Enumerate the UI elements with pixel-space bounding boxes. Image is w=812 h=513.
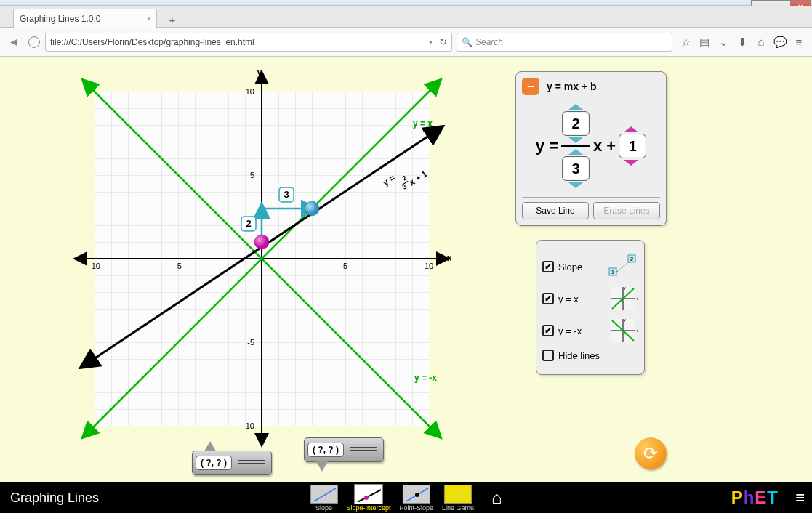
back-button[interactable]: ◄ xyxy=(4,33,23,52)
reload-icon[interactable]: ↻ xyxy=(439,36,447,47)
svg-text:10: 10 xyxy=(425,262,433,270)
svg-text:2: 2 xyxy=(246,218,251,229)
point-tool-1[interactable]: ( ?, ? ) xyxy=(192,451,272,475)
chat-icon[interactable]: 💬 xyxy=(771,33,789,51)
nav-slope-intercept[interactable]: Slope-Intercept xyxy=(346,485,390,512)
yx-label: y = x xyxy=(558,294,579,304)
svg-text:-10: -10 xyxy=(89,262,100,270)
fraction-line xyxy=(561,145,590,147)
graph[interactable]: x y -10 -5 5 10 10 5 -5 -10 y = x y = -x… xyxy=(73,70,451,472)
search-icon: 🔍 xyxy=(462,37,473,47)
ynx-label: y = -x xyxy=(558,326,582,336)
point-tool-pointer-icon xyxy=(316,461,328,472)
phet-logo[interactable]: PhET xyxy=(731,488,779,508)
tab-close-icon[interactable]: × xyxy=(146,13,152,24)
svg-text:x: x xyxy=(637,328,638,333)
erase-lines-button[interactable]: Erase Lines xyxy=(593,202,660,219)
svg-text:5: 5 xyxy=(343,262,347,270)
equation-form-label: y = mx + b xyxy=(547,81,596,92)
svg-line-40 xyxy=(313,488,335,501)
denominator-up[interactable] xyxy=(568,149,583,155)
home-icon[interactable]: ⌂ xyxy=(752,33,770,51)
save-line-button[interactable]: Save Line xyxy=(522,202,589,219)
svg-text:-5: -5 xyxy=(247,338,254,347)
svg-text:y = x: y = x xyxy=(413,118,433,129)
browser-tab-bar: Graphing Lines 1.0.0 × + xyxy=(0,6,812,28)
svg-text:2: 2 xyxy=(630,256,634,262)
ynx-checkbox[interactable]: ✔ xyxy=(542,325,554,336)
equation-panel: − y = mx + b y = 2 3 x + 1 Save Line xyxy=(515,71,667,226)
svg-text:x: x xyxy=(637,296,638,301)
svg-text:5: 5 xyxy=(250,171,254,179)
hide-lines-label: Hide lines xyxy=(558,350,600,361)
point-tool-1-label: ( ?, ? ) xyxy=(196,456,232,470)
svg-text:y: y xyxy=(624,318,626,322)
reset-all-button[interactable]: ⟳ xyxy=(635,437,667,469)
point-tool-pointer-icon xyxy=(204,441,216,451)
denominator-down[interactable] xyxy=(568,182,583,188)
slope-checkbox[interactable]: ✔ xyxy=(542,261,554,272)
svg-point-44 xyxy=(415,493,419,497)
tab-title: Graphing Lines 1.0.0 xyxy=(20,14,100,24)
downloads-icon[interactable]: ⬇ xyxy=(733,33,751,51)
phet-menu-button[interactable]: ≡ xyxy=(795,488,805,507)
point-tool-2-label: ( ?, ? ) xyxy=(307,443,344,457)
reset-icon: ⟳ xyxy=(643,443,658,464)
yx-checkbox[interactable]: ✔ xyxy=(542,293,554,304)
x-plus: x + xyxy=(593,137,616,155)
svg-text:-10: -10 xyxy=(243,421,254,430)
browser-tab[interactable]: Graphing Lines 1.0.0 × xyxy=(13,9,157,28)
browser-toolbar: ◄ file:///C:/Users/Florin/Desktop/graphi… xyxy=(0,28,812,57)
slope-handle[interactable] xyxy=(305,201,319,216)
app-title: Graphing Lines xyxy=(10,490,99,506)
url-dropdown-icon[interactable]: ▾ xyxy=(429,38,433,46)
graph-svg: x y -10 -5 5 10 10 5 -5 -10 y = x y = -x… xyxy=(73,70,451,472)
intercept-spinner[interactable]: 1 xyxy=(619,134,646,158)
svg-line-41 xyxy=(358,489,382,502)
pocket-icon[interactable]: ⌄ xyxy=(715,33,732,51)
window-titlebar xyxy=(0,0,812,6)
yx-mini-icon: xy xyxy=(608,286,638,312)
nav-point-slope[interactable]: Point-Slope xyxy=(399,485,433,512)
intercept-down[interactable] xyxy=(624,160,638,166)
svg-text:3: 3 xyxy=(284,189,289,200)
nav-line-game[interactable]: ☺ Line Game xyxy=(442,485,474,512)
x-axis-label: x xyxy=(447,253,451,263)
ynx-mini-icon: xy xyxy=(608,318,638,344)
home-button[interactable]: ⌂ xyxy=(491,488,502,508)
library-icon[interactable]: ▤ xyxy=(696,33,713,51)
slope-label: Slope xyxy=(558,262,582,272)
url-text: file:///C:/Users/Florin/Desktop/graphing… xyxy=(50,37,254,47)
grip-icon xyxy=(347,447,380,453)
options-panel: ✔ Slope 1 2 ✔ y = x xy ✔ y = -x xyxy=(536,240,645,375)
menu-icon[interactable]: ≡ xyxy=(790,33,808,51)
svg-text:y = -x: y = -x xyxy=(414,373,437,383)
bookmark-star-icon[interactable]: ☆ xyxy=(677,33,694,51)
svg-text:10: 10 xyxy=(246,87,254,96)
slope-mini-icon: 1 2 xyxy=(608,254,638,280)
bottom-nav: Graphing Lines Slope Slope-Intercept Poi… xyxy=(0,482,812,513)
identity-button[interactable] xyxy=(25,33,44,52)
new-tab-button[interactable]: + xyxy=(166,13,179,26)
numerator-spinner[interactable]: 2 xyxy=(562,111,590,136)
hide-lines-checkbox[interactable] xyxy=(542,350,554,361)
svg-text:-5: -5 xyxy=(174,262,182,270)
y-axis-label: y xyxy=(257,70,262,78)
grip-icon xyxy=(235,460,268,466)
url-input[interactable]: file:///C:/Users/Florin/Desktop/graphing… xyxy=(45,33,452,52)
svg-text:y: y xyxy=(624,286,626,290)
search-placeholder: Search xyxy=(475,37,503,47)
numerator-down[interactable] xyxy=(568,137,583,143)
search-input[interactable]: 🔍 Search xyxy=(457,33,672,52)
simulation-area: x y -10 -5 5 10 10 5 -5 -10 y = x y = -x… xyxy=(0,57,812,513)
collapse-button[interactable]: − xyxy=(522,78,539,95)
denominator-spinner[interactable]: 3 xyxy=(562,156,590,181)
point-tool-2[interactable]: ( ?, ? ) xyxy=(304,437,384,462)
globe-icon xyxy=(28,36,40,48)
nav-slope[interactable]: Slope xyxy=(310,485,337,512)
numerator-up[interactable] xyxy=(568,104,583,110)
svg-text:1: 1 xyxy=(611,269,615,275)
intercept-handle[interactable] xyxy=(254,235,269,249)
intercept-up[interactable] xyxy=(624,126,638,132)
y-equals: y = xyxy=(536,137,558,155)
